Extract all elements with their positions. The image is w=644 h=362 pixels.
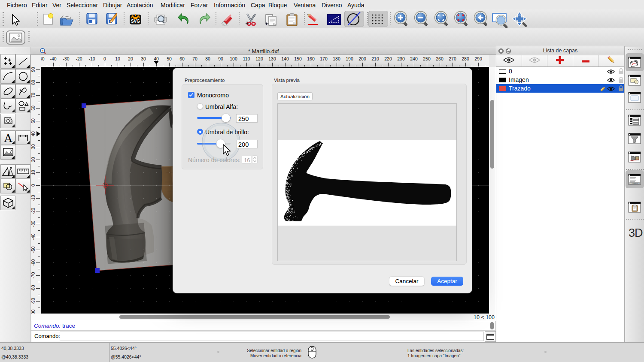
svg-text:c command: c command (631, 183, 638, 184)
svg-text:SVG: SVG (131, 19, 140, 24)
svg-text:+: + (265, 21, 268, 26)
